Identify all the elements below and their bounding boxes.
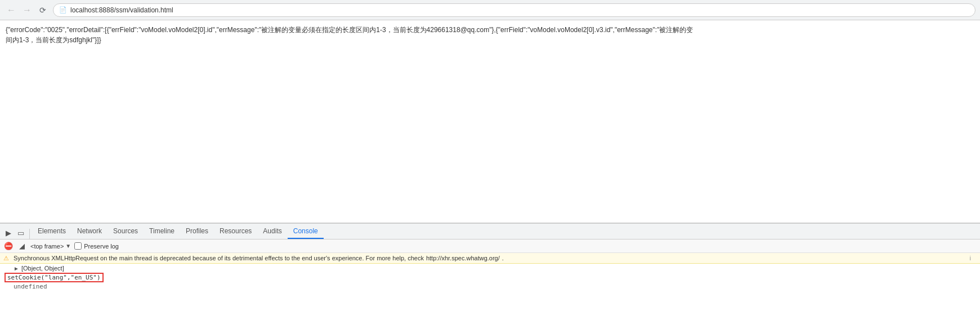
frame-selector-button[interactable]: <top frame> ▼ — [30, 243, 71, 250]
preserve-log-text: Preserve log — [84, 243, 119, 250]
device-mode-button[interactable]: ▭ — [15, 227, 27, 239]
url-text: localhost:8888/ssm/validation.html — [70, 6, 173, 14]
inspect-element-button[interactable]: ▶ — [2, 227, 15, 239]
refresh-button[interactable]: ⟳ — [36, 3, 50, 17]
warning-message: Synchronous XMLHttpRequest on the main t… — [14, 255, 424, 261]
page-content: {"errorCode":"0025","errorDetail":[{"err… — [0, 20, 980, 223]
console-command-row: setCookie("lang","en_US") — [0, 273, 980, 282]
filter-button[interactable]: ◢ — [17, 241, 27, 251]
content-line2: 间内1-3，当前长度为sdfghjkl"}]} — [6, 35, 974, 45]
tab-timeline[interactable]: Timeline — [144, 224, 180, 239]
frame-selector-chevron: ▼ — [65, 243, 71, 249]
preserve-log-label[interactable]: Preserve log — [74, 242, 119, 250]
warning-link[interactable]: http://xhr.spec.whatwg.org/ — [426, 255, 500, 261]
warning-suffix: . — [502, 255, 504, 261]
frame-selector-text: <top frame> — [30, 243, 64, 250]
tab-audits[interactable]: Audits — [257, 224, 287, 239]
console-output: ⚠ Synchronous XMLHttpRequest on the main… — [0, 253, 980, 315]
clear-console-button[interactable]: ⛔ — [3, 241, 14, 251]
address-bar[interactable]: 📄 localhost:8888/ssm/validation.html — [53, 3, 975, 17]
devtools-tabs-bar: ▶ ▭ Elements Network Sources Timeline Pr… — [0, 224, 980, 239]
page-icon: 📄 — [59, 6, 67, 14]
nav-buttons: ← → ⟳ — [5, 3, 50, 17]
command-highlight: setCookie("lang","en_US") — [5, 273, 104, 282]
console-result-row: undefined — [0, 282, 980, 291]
content-line1: {"errorCode":"0025","errorDetail":[{"err… — [6, 25, 974, 35]
expand-arrow-icon[interactable]: ► — [14, 265, 19, 272]
tab-elements[interactable]: Elements — [32, 224, 71, 239]
devtools-panel: ▶ ▭ Elements Network Sources Timeline Pr… — [0, 223, 980, 315]
object-preview: [Object, Object] — [21, 265, 64, 272]
browser-chrome: ← → ⟳ 📄 localhost:8888/ssm/validation.ht… — [0, 0, 980, 20]
console-warning-row: ⚠ Synchronous XMLHttpRequest on the main… — [0, 253, 980, 264]
preserve-log-checkbox[interactable] — [74, 242, 82, 250]
console-object-expand-row: ► [Object, Object] — [0, 264, 980, 273]
forward-button[interactable]: → — [20, 3, 34, 17]
tab-console[interactable]: Console — [288, 224, 324, 239]
tab-separator — [29, 229, 30, 239]
tab-resources[interactable]: Resources — [214, 224, 257, 239]
tab-profiles[interactable]: Profiles — [180, 224, 214, 239]
tab-sources[interactable]: Sources — [108, 224, 144, 239]
warning-source-info: i — [970, 255, 975, 261]
back-button[interactable]: ← — [5, 3, 18, 17]
tab-network[interactable]: Network — [71, 224, 108, 239]
console-toolbar: ⛔ ◢ <top frame> ▼ Preserve log — [0, 239, 980, 253]
warning-icon: ⚠ — [3, 255, 9, 262]
